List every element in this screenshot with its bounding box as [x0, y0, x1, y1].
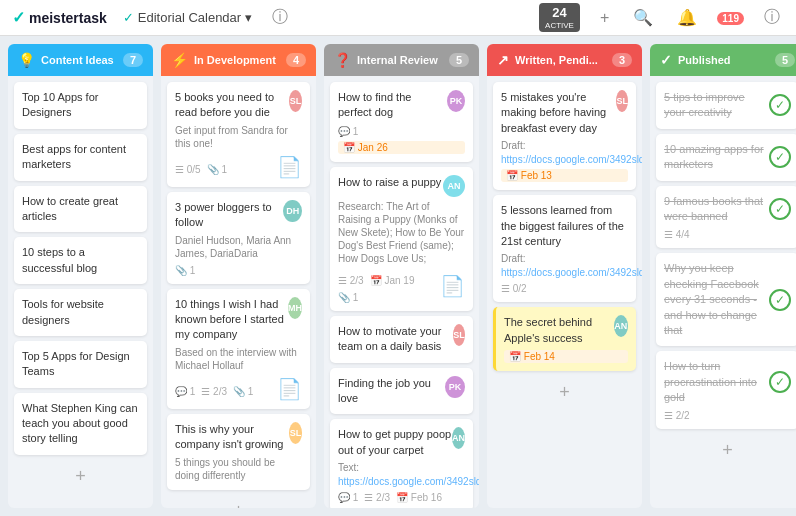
list-item[interactable]: This is why your company isn't growing S… — [167, 414, 310, 490]
add-card-button[interactable]: + — [167, 495, 310, 508]
list-item[interactable]: Tools for website designers — [14, 289, 147, 336]
col-content-published: 5 tips to improve your creativity ✓ 10 a… — [650, 76, 796, 508]
user-icon[interactable]: ⓘ — [760, 7, 784, 28]
col-count-published: 5 — [775, 53, 795, 67]
cal-dropdown-icon: ▾ — [245, 10, 252, 25]
col-header-published: ✓ Published 5 — [650, 44, 796, 76]
list-item[interactable]: Why you keep checking Facebook every 31 … — [656, 253, 796, 346]
list-item[interactable]: 10 things I wish I had known before I st… — [167, 289, 310, 409]
list-item[interactable]: Best apps for content marketers — [14, 134, 147, 181]
card-date: 📅 Feb 14 — [504, 350, 628, 363]
col-title-content-ideas: Content Ideas — [41, 54, 117, 66]
col-content-in-development: 5 books you need to read before you die … — [161, 76, 316, 508]
column-in-development: ⚡ In Development 4 5 books you need to r… — [161, 44, 316, 508]
avatar: AN — [452, 427, 465, 449]
avatar: PK — [445, 376, 465, 398]
col-title-written-pending: Written, Pendi... — [515, 54, 606, 66]
col-count-internal-review: 5 — [449, 53, 469, 67]
info-icon[interactable]: ⓘ — [268, 7, 292, 28]
notification-count: 119 — [717, 11, 744, 25]
avatar: MH — [288, 297, 302, 319]
col-header-content-ideas: 💡 Content Ideas 7 — [8, 44, 153, 76]
avatar: SL — [453, 324, 465, 346]
bell-icon[interactable]: 🔔 — [673, 8, 701, 27]
list-item[interactable]: Finding the job you love PK — [330, 368, 473, 415]
col-title-in-development: In Development — [194, 54, 280, 66]
calendar-nav[interactable]: ✓ Editorial Calendar ▾ — [123, 10, 252, 25]
col-icon-published: ✓ — [660, 52, 672, 68]
col-header-in-development: ⚡ In Development 4 — [161, 44, 316, 76]
logo: ✓ meistertask — [12, 8, 107, 27]
list-item[interactable]: How to turn procrastination into gold ✓ … — [656, 351, 796, 429]
col-title-internal-review: Internal Review — [357, 54, 443, 66]
cal-check-icon: ✓ — [123, 10, 134, 25]
avatar: DH — [283, 200, 302, 222]
cal-title: Editorial Calendar — [138, 10, 241, 25]
logo-text: meistertask — [29, 10, 107, 26]
list-item[interactable]: 5 mistakes you're making before having b… — [493, 82, 636, 190]
list-item[interactable]: How to get puppy poop out of your carpet… — [330, 419, 473, 508]
col-content-written-pending: 5 mistakes you're making before having b… — [487, 76, 642, 508]
list-item[interactable]: Top 5 Apps for Design Teams — [14, 341, 147, 388]
col-count-in-development: 4 — [286, 53, 306, 67]
avatar: AN — [614, 315, 628, 337]
col-content-internal-review: How to find the perfect dog PK 💬 1 📅 Jan… — [324, 76, 479, 508]
check-icon: ✓ — [769, 146, 791, 168]
add-card-button[interactable]: + — [656, 434, 796, 467]
check-icon: ✓ — [769, 371, 791, 393]
column-published: ✓ Published 5 5 tips to improve your cre… — [650, 44, 796, 508]
list-item[interactable]: 10 amazing apps for marketers ✓ — [656, 134, 796, 181]
card-date: 📅 Feb 13 — [501, 169, 628, 182]
list-item[interactable]: The secret behind Apple's success AN 📅 F… — [493, 307, 636, 371]
check-icon: ✓ — [769, 198, 791, 220]
doc-icon: 📄 — [277, 377, 302, 401]
col-icon-in-development: ⚡ — [171, 52, 188, 68]
check-icon: ✓ — [769, 94, 791, 116]
card-date: 📅 Jan 26 — [338, 141, 465, 154]
avatar: SL — [616, 90, 628, 112]
list-item[interactable]: 5 books you need to read before you die … — [167, 82, 310, 187]
doc-icon: 📄 — [440, 274, 465, 298]
list-item[interactable]: How to find the perfect dog PK 💬 1 📅 Jan… — [330, 82, 473, 162]
col-header-written-pending: ↗ Written, Pendi... 3 — [487, 44, 642, 76]
doc-icon: 📄 — [277, 155, 302, 179]
avatar: SL — [289, 90, 302, 112]
board: 💡 Content Ideas 7 Top 10 Apps for Design… — [0, 36, 796, 516]
column-internal-review: ❓ Internal Review 5 How to find the perf… — [324, 44, 479, 508]
list-item[interactable]: Top 10 Apps for Designers — [14, 82, 147, 129]
list-item[interactable]: What Stephen King can teach you about go… — [14, 393, 147, 455]
topbar: ✓ meistertask ✓ Editorial Calendar ▾ ⓘ 2… — [0, 0, 796, 36]
col-count-content-ideas: 7 — [123, 53, 143, 67]
add-card-button[interactable]: + — [493, 376, 636, 409]
list-item[interactable]: 10 steps to a successful blog — [14, 237, 147, 284]
list-item[interactable]: 5 tips to improve your creativity ✓ — [656, 82, 796, 129]
list-item[interactable]: 3 power bloggers to follow DH Daniel Hud… — [167, 192, 310, 284]
col-icon-written-pending: ↗ — [497, 52, 509, 68]
col-count-written-pending: 3 — [612, 53, 632, 67]
search-icon[interactable]: 🔍 — [629, 8, 657, 27]
col-icon-content-ideas: 💡 — [18, 52, 35, 68]
avatar: SL — [289, 422, 302, 444]
col-icon-internal-review: ❓ — [334, 52, 351, 68]
list-item[interactable]: How to create great articles — [14, 186, 147, 233]
column-content-ideas: 💡 Content Ideas 7 Top 10 Apps for Design… — [8, 44, 153, 508]
col-title-published: Published — [678, 54, 769, 66]
list-item[interactable]: 9 famous books that were banned ✓ ☰ 4/4 — [656, 186, 796, 249]
avatar: PK — [447, 90, 465, 112]
list-item[interactable]: 5 lessons learned from the biggest failu… — [493, 195, 636, 302]
col-content-ideas: Top 10 Apps for Designers Best apps for … — [8, 76, 153, 508]
avatar: AN — [443, 175, 465, 197]
col-header-internal-review: ❓ Internal Review 5 — [324, 44, 479, 76]
list-item[interactable]: How to motivate your team on a daily bas… — [330, 316, 473, 363]
column-written-pending: ↗ Written, Pendi... 3 5 mistakes you're … — [487, 44, 642, 508]
logo-check-icon: ✓ — [12, 8, 25, 27]
list-item[interactable]: How to raise a puppy AN Research: The Ar… — [330, 167, 473, 311]
add-button[interactable]: + — [596, 9, 613, 27]
active-badge: 24 ACTIVE — [539, 3, 580, 32]
check-icon: ✓ — [769, 289, 791, 311]
add-card-button[interactable]: + — [14, 460, 147, 493]
